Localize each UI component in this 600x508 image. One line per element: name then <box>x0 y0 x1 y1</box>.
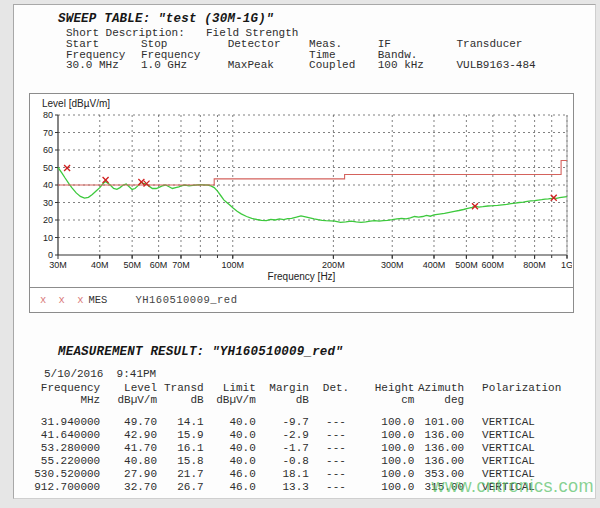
spacer-row <box>22 406 595 416</box>
meas-col-name: Polarization <box>464 383 595 395</box>
measurement-cell: 32.70 <box>100 481 157 494</box>
measurement-cell: 136.00 <box>414 455 464 468</box>
meas-col-name: Margin <box>256 383 309 395</box>
svg-text:40: 40 <box>43 180 53 190</box>
measurement-datetime: 5/10/2016 9:41PM <box>44 368 595 380</box>
measurement-cell: 27.90 <box>100 468 157 481</box>
measurement-cell: 100.0 <box>363 468 414 481</box>
sweep-table-title: SWEEP TABLE: "test (30M-1G)" <box>58 12 595 26</box>
legend-trace-name: YH160510009_red <box>135 294 237 306</box>
meas-col-unit: cm <box>363 395 414 407</box>
measurement-cell: --- <box>309 468 363 481</box>
svg-text:30: 30 <box>43 198 53 208</box>
measurement-cell: VERTICAL <box>464 429 595 442</box>
measurement-cell: 100.0 <box>363 429 414 442</box>
measurement-row: 31.94000049.7014.140.0-9.7---100.0101.00… <box>22 416 595 429</box>
measurement-cell: --- <box>309 416 363 429</box>
meas-col-unit: dB <box>157 395 204 407</box>
sweep-header-row-1: StartStopDetectorMeas.IFTransducer <box>66 39 595 50</box>
measurement-cell: 42.90 <box>100 429 157 442</box>
sweep-cell: Start <box>66 39 141 50</box>
meas-col-name: Transd <box>157 383 204 395</box>
svg-text:300M: 300M <box>381 260 404 270</box>
svg-text:800M: 800M <box>523 260 546 270</box>
measurement-cell: 13.3 <box>256 481 309 494</box>
measurement-cell: 55.220000 <box>22 455 100 468</box>
meas-col-unit <box>309 395 363 407</box>
sweep-cell: Stop <box>141 39 228 50</box>
short-description-value: Field Strength <box>206 27 298 39</box>
chart-panel: Level [dBµV/m] 0102030405060708030M40M50… <box>29 93 574 313</box>
svg-text:400M: 400M <box>423 260 446 270</box>
chart-y-axis-title: Level [dBµV/m] <box>42 98 110 109</box>
chart-x-axis-title: Frequency [Hz] <box>30 271 573 282</box>
measurement-cell: 136.00 <box>414 442 464 455</box>
measurement-cell: 46.0 <box>204 481 256 494</box>
measurement-result-section: MEASUREMENT RESULT: "YH160510009_red" 5/… <box>14 345 595 493</box>
measurement-cell: --- <box>309 455 363 468</box>
svg-text:60: 60 <box>43 145 53 155</box>
measurement-cell: VERTICAL <box>464 442 595 455</box>
svg-text:0: 0 <box>48 250 53 260</box>
measurement-cell: 530.520000 <box>22 468 100 481</box>
svg-text:100M: 100M <box>222 260 245 270</box>
measurement-cell: 16.1 <box>157 442 204 455</box>
measurement-cell: VERTICAL <box>464 416 595 429</box>
meas-col-name: Limit <box>204 383 256 395</box>
meas-col-unit: dBµV/m <box>100 395 157 407</box>
svg-text:500M: 500M <box>455 260 478 270</box>
sweep-cell: Meas. <box>309 39 378 50</box>
spacer-cell <box>22 406 595 416</box>
meas-col-unit <box>464 395 595 407</box>
measurement-result-title: MEASUREMENT RESULT: "YH160510009_red" <box>58 345 595 359</box>
sweep-table-section: SWEEP TABLE: "test (30M-1G)" Short Descr… <box>14 12 595 71</box>
meas-col-unit: deg <box>414 395 464 407</box>
sweep-cell: MaxPeak <box>228 60 309 71</box>
svg-text:20: 20 <box>43 215 53 225</box>
measurement-cell: 46.0 <box>204 468 256 481</box>
measurement-cell: -2.9 <box>256 429 309 442</box>
measurement-cell: 14.1 <box>157 416 204 429</box>
meas-col-unit: dB <box>256 395 309 407</box>
measurement-cell: 100.0 <box>363 416 414 429</box>
svg-text:50: 50 <box>43 163 53 173</box>
meas-col-name: Level <box>100 383 157 395</box>
measurement-cell: 100.0 <box>363 442 414 455</box>
sweep-cell: Coupled <box>309 60 378 71</box>
meas-col-name: Frequency <box>22 383 100 395</box>
sweep-cell: 30.0 MHz <box>66 60 141 71</box>
measurement-cell: VERTICAL <box>464 455 595 468</box>
svg-text:1G: 1G <box>561 260 572 270</box>
svg-text:60M: 60M <box>150 260 168 270</box>
measurement-cell: --- <box>309 429 363 442</box>
measurement-cell: -1.7 <box>256 442 309 455</box>
limit-line <box>58 161 567 186</box>
level-frequency-chart: 0102030405060708030M40M50M60M70M100M200M… <box>32 110 572 271</box>
svg-text:50M: 50M <box>123 260 141 270</box>
meas-col-name: Height <box>363 383 414 395</box>
meas-header-units: MHzdBµV/mdBdBµV/mdBcmdeg <box>22 395 595 407</box>
watermark: www.cntronics.com <box>431 476 594 497</box>
chart-legend: x x x MES YH160510009_red <box>30 287 573 312</box>
meas-col-name: Azimuth <box>414 383 464 395</box>
measurement-cell: --- <box>309 481 363 494</box>
sweep-cell: 100 kHz <box>378 60 457 71</box>
measurement-cell: 18.1 <box>256 468 309 481</box>
measurement-cell: 15.8 <box>157 455 204 468</box>
measurement-cell: 40.0 <box>204 455 256 468</box>
measurement-row: 53.28000041.7016.140.0-1.7---100.0136.00… <box>22 442 595 455</box>
measurement-cell: -0.8 <box>256 455 309 468</box>
measurement-cell: 21.7 <box>157 468 204 481</box>
measurement-cell: 40.0 <box>204 429 256 442</box>
svg-text:10: 10 <box>43 233 53 243</box>
report-screenshot: SWEEP TABLE: "test (30M-1G)" Short Descr… <box>0 0 600 508</box>
meas-header-names: FrequencyLevelTransdLimitMarginDet.Heigh… <box>22 383 595 395</box>
measurement-trace <box>58 168 567 223</box>
measurement-cell: 100.0 <box>363 455 414 468</box>
measurement-cell: 100.0 <box>363 481 414 494</box>
sweep-cell: VULB9163-484 <box>456 60 595 71</box>
measurement-cell: --- <box>309 442 363 455</box>
svg-text:70M: 70M <box>172 260 190 270</box>
measurement-cell: 41.70 <box>100 442 157 455</box>
measurement-row: 55.22000040.8015.840.0-0.8---100.0136.00… <box>22 455 595 468</box>
